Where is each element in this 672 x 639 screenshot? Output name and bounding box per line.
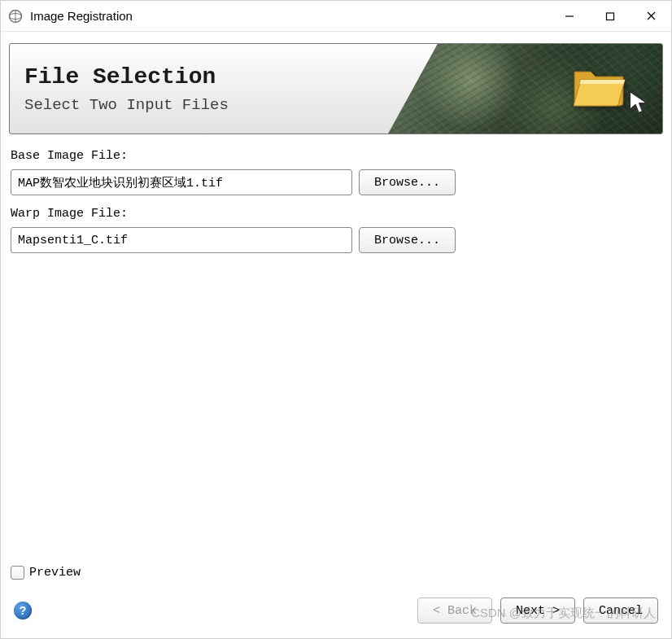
preview-checkbox[interactable] bbox=[11, 566, 24, 580]
preview-row: Preview bbox=[1, 566, 671, 589]
base-browse-button[interactable]: Browse... bbox=[359, 169, 456, 195]
base-image-input[interactable] bbox=[11, 169, 352, 195]
warp-image-input[interactable] bbox=[11, 227, 352, 253]
maximize-button[interactable] bbox=[590, 1, 631, 31]
banner-text-area: File Selection Select Two Input Files bbox=[10, 44, 388, 133]
preview-label: Preview bbox=[29, 566, 81, 580]
banner-title: File Selection bbox=[24, 64, 373, 90]
window-title: Image Registration bbox=[30, 9, 549, 23]
base-image-row: Browse... bbox=[11, 169, 661, 195]
next-button[interactable]: Next > bbox=[500, 597, 575, 624]
warp-image-label: Warp Image File: bbox=[11, 207, 661, 221]
window-controls bbox=[549, 1, 671, 31]
warp-browse-button[interactable]: Browse... bbox=[359, 227, 456, 253]
banner-image bbox=[388, 44, 662, 133]
close-button[interactable] bbox=[631, 1, 671, 31]
wizard-banner: File Selection Select Two Input Files bbox=[9, 43, 663, 134]
cancel-button[interactable]: Cancel bbox=[583, 597, 658, 624]
app-icon bbox=[7, 8, 24, 24]
warp-image-row: Browse... bbox=[11, 227, 661, 253]
folder-open-icon bbox=[571, 60, 630, 109]
svg-rect-4 bbox=[607, 13, 614, 20]
base-image-label: Base Image File: bbox=[11, 149, 661, 163]
wizard-button-row: ? < Back Next > Cancel bbox=[1, 589, 671, 638]
minimize-button[interactable] bbox=[549, 1, 590, 31]
back-button[interactable]: < Back bbox=[417, 597, 492, 624]
cursor-icon bbox=[626, 89, 654, 116]
content-area: Base Image File: Browse... Warp Image Fi… bbox=[1, 134, 671, 566]
titlebar: Image Registration bbox=[1, 1, 671, 32]
banner-subtitle: Select Two Input Files bbox=[24, 96, 373, 114]
help-icon[interactable]: ? bbox=[14, 602, 32, 619]
